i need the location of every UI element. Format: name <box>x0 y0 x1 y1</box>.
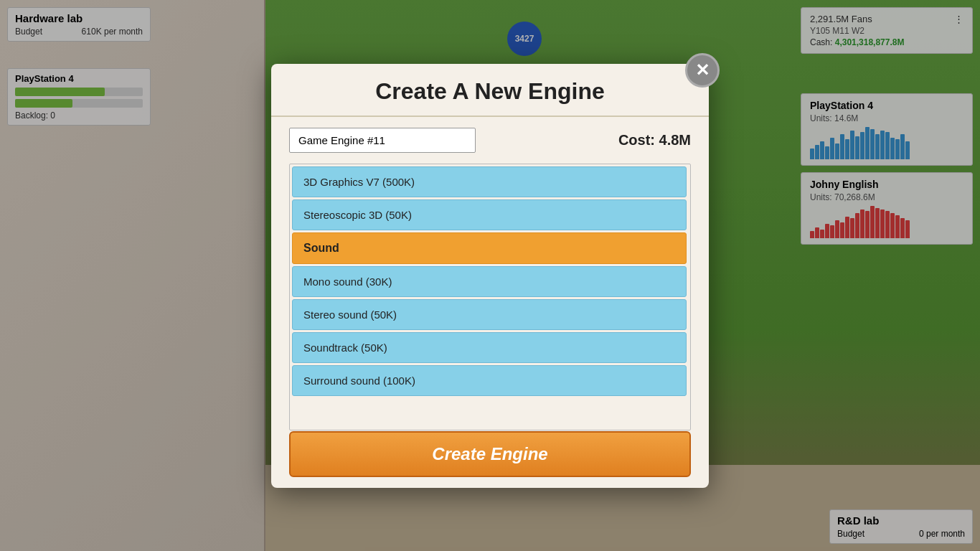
feature-item[interactable]: Surround sound (100K) <box>292 365 687 396</box>
close-button[interactable]: ✕ <box>685 53 720 88</box>
create-engine-modal: ✕ Create A New Engine Cost: 4.8M 3D Grap… <box>271 64 709 488</box>
modal-header: Create A New Engine <box>271 64 709 117</box>
feature-item[interactable]: Stereo sound (50K) <box>292 299 687 330</box>
feature-category: Sound <box>292 232 687 264</box>
modal-overlay: ✕ Create A New Engine Cost: 4.8M 3D Grap… <box>0 0 980 551</box>
feature-item[interactable]: 3D Graphics V7 (500K) <box>292 166 687 197</box>
feature-list-container: 3D Graphics V7 (500K)Stereoscopic 3D (50… <box>289 164 691 430</box>
engine-name-input[interactable] <box>289 128 476 153</box>
create-engine-button[interactable]: Create Engine <box>289 431 691 477</box>
modal-subheader: Cost: 4.8M <box>271 117 709 164</box>
modal-title: Create A New Engine <box>293 78 687 105</box>
cost-label: Cost: 4.8M <box>618 132 691 149</box>
feature-item[interactable]: Mono sound (30K) <box>292 266 687 297</box>
feature-list-scroll[interactable]: 3D Graphics V7 (500K)Stereoscopic 3D (50… <box>290 164 690 430</box>
feature-item[interactable]: Stereoscopic 3D (50K) <box>292 199 687 230</box>
feature-item[interactable]: Soundtrack (50K) <box>292 332 687 363</box>
create-button-wrapper: Create Engine <box>289 431 691 477</box>
